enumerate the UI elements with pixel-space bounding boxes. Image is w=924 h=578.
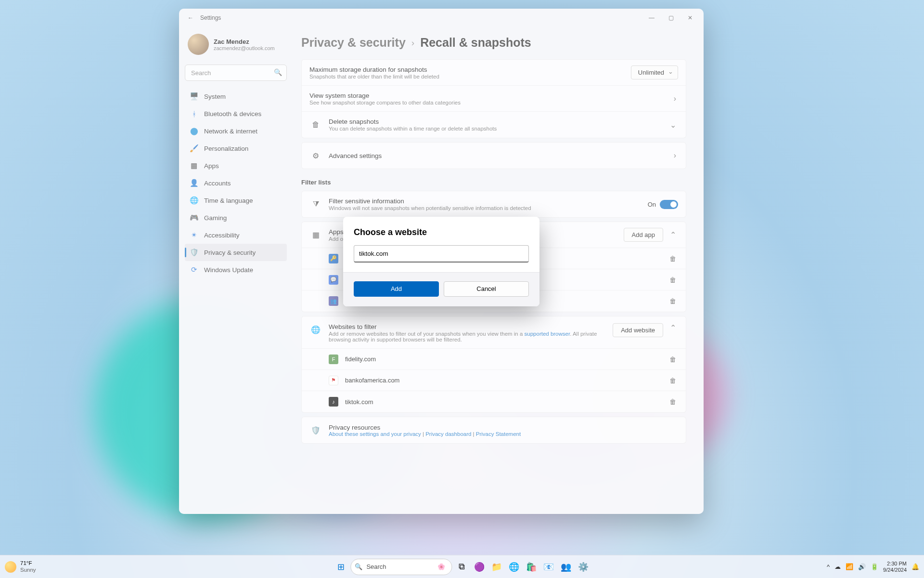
nav-system[interactable]: 🖥️System (185, 88, 287, 105)
gear-icon: ⚙ (309, 151, 322, 160)
gamepad-icon: 🎮 (190, 213, 198, 222)
search-icon: 🔍 (355, 563, 362, 570)
nav-time[interactable]: 🌐Time & language (185, 192, 287, 209)
site-icon: ♪ (329, 397, 338, 407)
add-button[interactable]: Add (354, 281, 439, 297)
taskbar-search[interactable]: 🔍 Search 🌸 (350, 559, 452, 575)
apps-icon: ▦ (309, 230, 322, 239)
sidebar: Zac Mendez zacmendez@outlook.com 🔍 🖥️Sys… (179, 27, 293, 514)
nav-network[interactable]: ⬤Network & internet (185, 122, 287, 140)
dialog-title: Choose a website (354, 227, 529, 237)
sidebar-search: 🔍 (185, 65, 287, 81)
breadcrumb: Privacy & security › Recall & snapshots (301, 36, 686, 50)
clock[interactable]: 2:30 PM 9/24/2024 (883, 561, 907, 573)
page-title: Recall & snapshots (420, 36, 531, 50)
profile-block[interactable]: Zac Mendez zacmendez@outlook.com (185, 31, 287, 63)
titlebar: ← Settings — ▢ ✕ (179, 9, 704, 27)
shield-icon: 🛡️ (190, 248, 198, 257)
app-icon: 💬 (329, 275, 338, 285)
nav-apps[interactable]: ▦Apps (185, 157, 287, 174)
explorer-icon[interactable]: 📁 (489, 559, 504, 575)
globe-icon: 🌐 (309, 325, 322, 334)
back-button[interactable]: ← (183, 14, 198, 21)
taskbar: 71°F Sunny ⊞ 🔍 Search 🌸 ⧉ 🟣 📁 🌐 🛍️ 📧 👥 ⚙… (0, 555, 924, 578)
privacy-dashboard-link[interactable]: Privacy dashboard (425, 431, 471, 437)
filter-lists-label: Filter lists (301, 179, 686, 186)
row-advanced[interactable]: ⚙ Advanced settings › (302, 143, 686, 169)
row-filter-sensitive: ⧩ Filter sensitive information Windows w… (302, 191, 686, 217)
search-icon: 🔍 (274, 68, 282, 76)
app-title: Settings (200, 14, 221, 21)
cancel-button[interactable]: Cancel (444, 281, 529, 297)
search-input[interactable] (185, 65, 287, 81)
onedrive-icon[interactable]: ☁ (834, 563, 841, 570)
privacy-statement-link[interactable]: Privacy Statement (476, 431, 521, 437)
store-icon[interactable]: 🛍️ (524, 559, 539, 575)
delete-button[interactable]: 🗑 (667, 397, 678, 407)
shield-icon: 🛡️ (309, 426, 322, 435)
teams-icon[interactable]: 👥 (558, 559, 574, 575)
search-highlight-icon: 🌸 (437, 563, 445, 570)
weather-widget[interactable]: 71°F Sunny (5, 560, 36, 573)
add-website-button[interactable]: Add website (613, 323, 663, 337)
profile-name: Zac Mendez (214, 38, 275, 45)
sun-icon (5, 561, 16, 573)
site-icon: F (329, 355, 338, 364)
breadcrumb-parent[interactable]: Privacy & security (301, 36, 406, 50)
chevron-right-icon: › (672, 94, 678, 103)
delete-button[interactable]: 🗑 (667, 296, 678, 306)
chevron-down-icon: ⌄ (668, 120, 678, 130)
website-input[interactable] (354, 245, 529, 263)
battery-icon[interactable]: 🔋 (871, 563, 878, 570)
globe-icon: 🌐 (190, 196, 198, 205)
delete-button[interactable]: 🗑 (667, 254, 678, 263)
volume-icon[interactable]: 🔊 (858, 563, 866, 570)
wifi-icon: ⬤ (190, 127, 198, 135)
delete-button[interactable]: 🗑 (667, 376, 678, 385)
app-icon: 👥 (329, 296, 338, 306)
close-button[interactable]: ✕ (680, 14, 700, 21)
row-view-storage[interactable]: View system storage See how snapshot sto… (302, 86, 686, 112)
add-app-button[interactable]: Add app (624, 228, 663, 242)
sensitive-toggle[interactable]: On (648, 200, 678, 209)
task-view-button[interactable]: ⧉ (454, 559, 470, 575)
delete-button[interactable]: 🗑 (667, 275, 678, 285)
start-button[interactable]: ⊞ (333, 559, 348, 575)
filtered-website-item: ⚑ bankofamerica.com 🗑 (302, 370, 686, 391)
outlook-icon[interactable]: 📧 (541, 559, 556, 575)
row-delete-snapshots[interactable]: 🗑 Delete snapshots You can delete snapsh… (302, 112, 686, 138)
row-websites-to-filter: 🌐 Websites to filter Add or remove websi… (302, 316, 686, 349)
nav-bluetooth[interactable]: ᚼBluetooth & devices (185, 105, 287, 122)
edge-icon[interactable]: 🌐 (506, 559, 522, 575)
wifi-icon[interactable]: 📶 (846, 563, 853, 570)
notifications-icon[interactable]: 🔔 (911, 563, 919, 570)
maximize-button[interactable]: ▢ (661, 14, 680, 21)
supported-browser-link[interactable]: supported browser (525, 331, 570, 337)
filtered-website-item: F fidelity.com 🗑 (302, 349, 686, 370)
delete-button[interactable]: 🗑 (667, 355, 678, 364)
nav-privacy[interactable]: 🛡️Privacy & security (185, 244, 287, 261)
minimize-button[interactable]: — (642, 14, 661, 21)
chevron-up-icon: ⌃ (668, 323, 678, 332)
storage-duration-dropdown[interactable]: Unlimited (631, 66, 678, 79)
copilot-icon[interactable]: 🟣 (472, 559, 487, 575)
paint-icon: 🖌️ (190, 144, 198, 153)
profile-email: zacmendez@outlook.com (214, 45, 275, 51)
chevron-right-icon: › (411, 38, 414, 48)
trash-icon: 🗑 (309, 120, 322, 129)
settings-window: ← Settings — ▢ ✕ Zac Mendez zacmendez@ou… (179, 9, 704, 514)
settings-icon[interactable]: ⚙️ (576, 559, 591, 575)
nav-accounts[interactable]: 👤Accounts (185, 174, 287, 192)
display-icon: 🖥️ (190, 92, 198, 101)
chevron-right-icon: › (672, 151, 678, 160)
tray-chevron-icon[interactable]: ^ (827, 563, 830, 570)
nav-gaming[interactable]: 🎮Gaming (185, 209, 287, 226)
nav-accessibility[interactable]: ✴Accessibility (185, 226, 287, 244)
app-icon: 🔑 (329, 254, 338, 263)
privacy-about-link[interactable]: About these settings and your privacy (329, 431, 421, 437)
nav-update[interactable]: ⟳Windows Update (185, 261, 287, 278)
update-icon: ⟳ (190, 265, 198, 274)
row-storage-duration[interactable]: Maximum storage duration for snapshots S… (302, 60, 686, 86)
row-privacy-resources: 🛡️ Privacy resources About these setting… (302, 417, 686, 443)
nav-personalization[interactable]: 🖌️Personalization (185, 140, 287, 157)
